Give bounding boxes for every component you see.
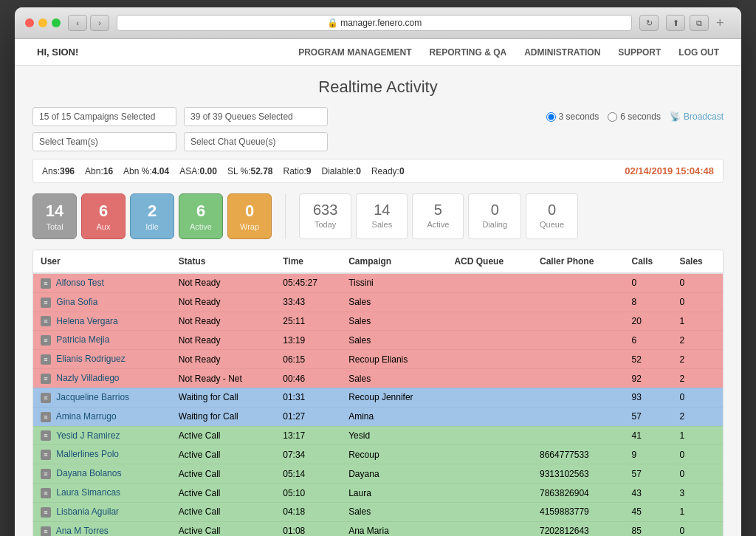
table-row[interactable]: ≡ Ana M Torres Active Call 01:08 Ana Mar… (33, 521, 723, 536)
stat-queue-label: Queue (540, 220, 564, 229)
user-link[interactable]: Gina Sofia (56, 297, 97, 307)
nav-links: PROGRAM MANAGEMENT REPORTING & QA ADMINI… (298, 47, 719, 58)
nav-logout[interactable]: LOG OUT (678, 47, 719, 58)
browser-titlebar: ‹ › 🔒 manager.fenero.com ↻ ⬆ ⧉ + (15, 7, 741, 39)
user-icon: ≡ (41, 374, 51, 384)
address-bar[interactable]: 🔒 manager.fenero.com (117, 15, 632, 31)
cell-status: Active Call (171, 464, 275, 484)
share-button[interactable]: ⬆ (666, 15, 685, 31)
cell-time: 01:31 (275, 388, 341, 407)
cell-campaign: Recoup Jennifer (341, 388, 447, 407)
user-link[interactable]: Elianis Rodriguez (56, 354, 125, 364)
table-row[interactable]: ≡ Lisbania Aguilar Active Call 04:18 Sal… (33, 502, 723, 521)
close-button[interactable] (25, 18, 34, 27)
cell-sales: 0 (672, 273, 723, 292)
user-icon: ≡ (41, 393, 51, 403)
stat-card-sales: 14 Sales (356, 193, 408, 239)
cell-status: Not Ready (171, 292, 275, 312)
queues-select[interactable]: 39 of 39 Queues Selected (184, 107, 328, 126)
cell-caller-phone (532, 426, 625, 445)
table-row[interactable]: ≡ Alfonso Test Not Ready 05:45:27 Tissin… (33, 273, 723, 292)
cell-campaign: Recoup (341, 445, 447, 464)
cell-user: ≡ Mallerlines Polo (33, 445, 171, 464)
cell-time: 05:10 (275, 484, 341, 503)
cell-sales: 3 (672, 484, 723, 503)
nav-reporting-qa[interactable]: REPORTING & QA (430, 47, 507, 58)
fullscreen-button[interactable] (52, 18, 61, 27)
forward-button[interactable]: › (90, 15, 109, 31)
user-link[interactable]: Dayana Bolanos (56, 468, 121, 478)
cell-status: Not Ready - Net (171, 369, 275, 388)
cell-campaign: Tissini (341, 273, 447, 292)
cell-user: ≡ Elianis Rodriguez (33, 350, 171, 369)
cell-user: ≡ Lisbania Aguilar (33, 502, 171, 521)
user-link[interactable]: Lisbania Aguilar (56, 506, 119, 517)
cell-caller-phone (532, 407, 625, 426)
back-button[interactable]: ‹ (68, 15, 87, 31)
card-wrap-label: Wrap (240, 222, 259, 231)
refresh-6s-radio[interactable] (608, 112, 617, 122)
refresh-3s-radio[interactable] (546, 112, 556, 122)
traffic-lights (25, 18, 61, 27)
teams-select[interactable]: Select Team(s) (32, 132, 176, 151)
chat-queues-select[interactable]: Select Chat Queue(s) (184, 132, 328, 151)
cell-campaign: Recoup Elianis (341, 350, 447, 369)
table-header: User Status Time Campaign ACD Queue Call… (33, 250, 723, 273)
table-row[interactable]: ≡ Nazly Villadiego Not Ready - Net 00:46… (33, 369, 723, 388)
cell-caller-phone (532, 388, 625, 407)
refresh-6s-option[interactable]: 6 seconds (608, 111, 661, 122)
user-link[interactable]: Mallerlines Polo (56, 449, 119, 459)
card-wrap-number: 0 (245, 202, 254, 221)
nav-support[interactable]: SUPPORT (618, 47, 661, 58)
cell-time: 01:08 (275, 521, 341, 536)
cell-sales: 0 (672, 464, 723, 484)
stat-dialable: Dialable:0 (322, 166, 361, 176)
nav-program-management[interactable]: PROGRAM MANAGEMENT (298, 47, 411, 58)
user-link[interactable]: Alfonso Test (56, 278, 104, 288)
activity-table: User Status Time Campaign ACD Queue Call… (33, 250, 723, 536)
duplicate-button[interactable]: ⧉ (690, 15, 709, 31)
cell-calls: 8 (625, 292, 673, 312)
minimize-button[interactable] (38, 18, 47, 27)
stat-today-label: Today (313, 220, 337, 229)
nav-administration[interactable]: ADMINISTRATION (524, 47, 600, 58)
user-link[interactable]: Yesid J Ramirez (56, 430, 120, 441)
table-row[interactable]: ≡ Helena Vergara Not Ready 25:11 Sales 2… (33, 312, 723, 331)
campaigns-select[interactable]: 15 of 15 Campaigns Selected (32, 107, 176, 126)
table-row[interactable]: ≡ Elianis Rodriguez Not Ready 06:15 Reco… (33, 350, 723, 369)
broadcast-button[interactable]: 📡 Broadcast (670, 111, 724, 122)
cell-acd-queue (447, 292, 532, 312)
user-icon: ≡ (41, 488, 51, 498)
table-row[interactable]: ≡ Laura Simancas Active Call 05:10 Laura… (33, 484, 723, 503)
cell-status: Not Ready (171, 350, 275, 369)
cell-time: 07:34 (275, 445, 341, 464)
cell-sales: 1 (672, 502, 723, 521)
user-link[interactable]: Amina Marrugo (56, 411, 117, 422)
summary-stat-cards: 633 Today 14 Sales 5 Active 0 Dialing (299, 193, 578, 239)
user-link[interactable]: Jacqueline Barrios (56, 392, 129, 402)
stat-active-calls-label: Active (426, 220, 450, 229)
table-row[interactable]: ≡ Mallerlines Polo Active Call 07:34 Rec… (33, 445, 723, 464)
cell-calls: 41 (625, 426, 673, 445)
user-link[interactable]: Laura Simancas (56, 487, 120, 498)
table-row[interactable]: ≡ Dayana Bolanos Active Call 05:14 Dayan… (33, 464, 723, 484)
user-link[interactable]: Ana M Torres (56, 526, 109, 536)
reload-button[interactable]: ↻ (639, 15, 659, 31)
user-icon: ≡ (41, 298, 51, 308)
table-row[interactable]: ≡ Gina Sofia Not Ready 33:43 Sales 8 0 (33, 292, 723, 312)
card-wrap: 0 Wrap (227, 193, 272, 239)
user-link[interactable]: Helena Vergara (56, 316, 117, 326)
table-row[interactable]: ≡ Amina Marrugo Waiting for Call 01:27 A… (33, 407, 723, 426)
refresh-3s-option[interactable]: 3 seconds (546, 111, 599, 122)
stat-ready: Ready:0 (371, 166, 405, 176)
table-row[interactable]: ≡ Patricia Mejia Not Ready 13:19 Sales 6… (33, 331, 723, 350)
table-row[interactable]: ≡ Yesid J Ramirez Active Call 13:17 Yesi… (33, 426, 723, 445)
table-row[interactable]: ≡ Jacqueline Barrios Waiting for Call 01… (33, 388, 723, 407)
cell-acd-queue (447, 484, 532, 503)
new-tab-button[interactable]: + (716, 16, 731, 30)
user-icon: ≡ (41, 469, 51, 479)
cell-status: Not Ready (171, 312, 275, 331)
user-link[interactable]: Nazly Villadiego (56, 373, 119, 383)
broadcast-icon: 📡 (670, 111, 681, 122)
user-link[interactable]: Patricia Mejia (56, 334, 109, 345)
